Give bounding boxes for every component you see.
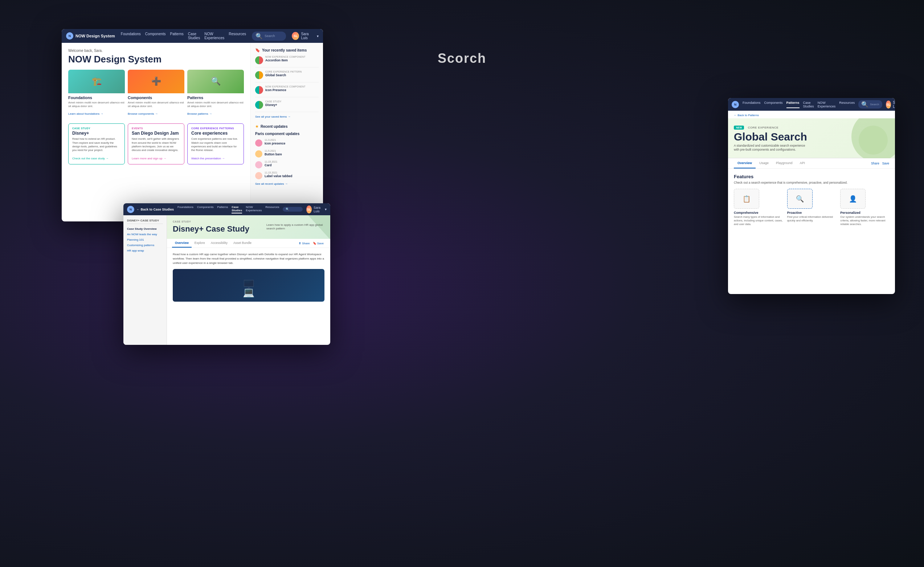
core-exp-link[interactable]: Watch the presentation → [191, 157, 225, 160]
nav-link-foundations[interactable]: Foundations [121, 32, 141, 40]
patterns-nav-nowexp[interactable]: NOW Experiences [818, 101, 836, 108]
cs-sidebar-customizing[interactable]: Customizing patterns [127, 243, 163, 248]
save-button[interactable]: Save [882, 162, 889, 165]
tab-playground[interactable]: Playground [772, 158, 796, 168]
saved-item-iconpresence[interactable]: NOW EXPERIENCE COMPONENT Icon Presence [255, 85, 319, 97]
tab-api[interactable]: API [796, 158, 809, 168]
nav-link-casestudies[interactable]: Case Studies [188, 32, 200, 40]
patterns-nav-foundations[interactable]: Foundations [742, 101, 760, 108]
case-study-link[interactable]: Check out the case study → [72, 157, 108, 160]
main-search-box[interactable]: 🔍 Search [252, 32, 286, 40]
recent-info-3: 11.15.2021 Card [265, 160, 319, 167]
foundations-card-image: 🏗️ [68, 70, 125, 93]
cs-nav-resources[interactable]: Resources [265, 206, 279, 213]
saved-item-disney[interactable]: CASE STUDY Disney+ [255, 100, 319, 112]
cs-nav-components[interactable]: Components [197, 206, 213, 213]
patterns-content: ← Back to Patterns NEW CORE EXPERIENCE G… [728, 111, 895, 294]
foundations-card-body: Foundations Amet minim mollit non deseru… [68, 93, 125, 119]
cs-nav-user[interactable]: SL Sara Luis ▾ [306, 206, 327, 213]
cs-save-button[interactable]: 🔖 Save [313, 242, 324, 245]
cs-sidebar: DISNEY+ CASE STUDY Case Study Overview A… [123, 215, 167, 345]
patterns-nav-casestudies[interactable]: Case Studies [803, 101, 814, 108]
patterns-nav-logo[interactable]: N [732, 101, 739, 108]
nav-link-patterns[interactable]: Patterns [170, 32, 184, 40]
nav-user[interactable]: SL Sara Luis ▾ [292, 32, 319, 40]
nav-link-resources[interactable]: Resources [229, 32, 246, 40]
components-card[interactable]: ➕ Components Amet minim mollit non deser… [128, 70, 184, 119]
foundations-card[interactable]: 🏗️ Foundations Amet minim mollit non des… [68, 70, 125, 119]
patterns-nav-components[interactable]: Components [764, 101, 783, 108]
cs-user-avatar: SL [306, 206, 312, 213]
patterns-nav-patterns[interactable]: Patterns [786, 101, 800, 108]
components-icon: ➕ [152, 76, 161, 86]
see-all-recent-link[interactable]: See all recent updates → [255, 182, 319, 186]
patterns-breadcrumb[interactable]: ← Back to Patterns [728, 111, 895, 118]
recent-item-4[interactable]: 11.15.2021 Label value tabbed [255, 171, 319, 179]
cs-sidebar-overview[interactable]: Case Study Overview [127, 226, 163, 232]
search-icon: 🔍 [255, 33, 263, 40]
cs-nav-patterns[interactable]: Patterns [217, 206, 228, 213]
recent-item-3[interactable]: 11.15.2021 Card [255, 160, 319, 168]
welcome-text: Welcome back, Sara. [68, 49, 244, 52]
share-button[interactable]: Share [871, 162, 879, 165]
foundations-card-link[interactable]: Learn about foundations → [68, 112, 104, 116]
patterns-nav-resources[interactable]: Resources [839, 101, 855, 108]
cs-tab-overview[interactable]: Overview [172, 239, 192, 248]
nav-logo[interactable]: N NOW Design System [66, 32, 115, 40]
nav-link-components[interactable]: Components [145, 32, 166, 40]
events-link[interactable]: Learn more and sign up → [132, 157, 166, 160]
recent-date-3: 11.15.2021 [265, 160, 319, 163]
components-card-link[interactable]: Browse components → [128, 112, 158, 116]
user-avatar: SL [292, 32, 299, 40]
cs-tab-assets[interactable]: Asset Bundle [231, 239, 254, 248]
core-exp-card[interactable]: CORE EXPERIENCE PATTERNS Core experience… [187, 123, 244, 164]
cs-tabs: Overview Explore Accessibility Asset Bun… [167, 239, 330, 248]
case-study-card[interactable]: CASE STUDY Disney+ Read how to extend an… [68, 123, 125, 164]
cs-sidebar-now-leads[interactable]: An NOW leads the way [127, 232, 163, 237]
patterns-card-link[interactable]: Browse patterns → [187, 112, 212, 116]
cs-nav-logo[interactable]: N ← Back to Case Studies [127, 206, 174, 213]
recent-name-3: Card [265, 164, 319, 167]
recent-item-1[interactable]: 11.3.2021 Icon presence [255, 139, 319, 147]
core-exp-desc: Core experience patterns are now live. W… [191, 137, 240, 152]
chevron-down-icon: ▾ [317, 34, 319, 38]
cs-sidebar-hr[interactable]: HR app wrap [127, 248, 163, 254]
recent-dot-4 [255, 172, 262, 179]
nav-link-nowexp[interactable]: NOW Experiences [204, 32, 224, 40]
core-exp-title: Core experiences [191, 130, 240, 136]
cs-nav-casestudies[interactable]: Case Studies [231, 206, 242, 213]
page-title: NOW Design System [68, 54, 244, 64]
recent-dot-1 [255, 140, 262, 147]
cs-nav-foundations[interactable]: Foundations [177, 206, 194, 213]
saved-item-globalsearch[interactable]: CORE EXPERIENCE PATTERN Global Search [255, 70, 319, 82]
main-homepage-window: N NOW Design System Foundations Componen… [62, 29, 323, 221]
patterns-category: CORE EXPERIENCE [748, 126, 778, 129]
saved-item-accordion[interactable]: NOW EXPERIENCE COMPONENT Accordion Item [255, 56, 319, 68]
nav-links: Foundations Components Patterns Case Stu… [121, 32, 246, 40]
recent-updates-section: ★ Recent updates Paris component updates… [255, 124, 319, 186]
cs-chevron-icon: ▾ [325, 207, 327, 211]
cs-share-button[interactable]: ⬆ Share [298, 242, 310, 245]
cs-tab-accessibility[interactable]: Accessibility [208, 239, 231, 248]
saved-items-header: 🔖 Your recently saved items [255, 48, 319, 52]
patterns-card[interactable]: 🔍 Patterns Amet minim mollit non deserun… [187, 70, 244, 119]
recent-item-2[interactable]: 11.5.2021 Button bare [255, 150, 319, 158]
patterns-nav-user[interactable]: SL Sara Luis ▾ [886, 100, 895, 108]
recent-date-4: 11.15.2021 [265, 171, 319, 174]
components-card-image: ➕ [128, 70, 184, 93]
cs-search-box[interactable]: 🔍 [283, 207, 303, 212]
patterns-search-box[interactable]: 🔍 Search [858, 100, 882, 108]
cs-nav-nowexp[interactable]: NOW Experiences [246, 206, 262, 213]
see-all-saved-link[interactable]: See all your saved items → [255, 115, 319, 118]
events-card[interactable]: EVENTS San Diego Design Jam Next month, … [128, 123, 184, 164]
cs-main-content: CASE STUDY Disney+ Case Study Learn how … [167, 215, 330, 345]
tab-overview[interactable]: Overview [734, 158, 756, 168]
cs-page-title: Disney+ Case Study [173, 224, 249, 234]
features-desc: Check out a search experience that is co… [734, 181, 889, 184]
cs-sidebar-planning[interactable]: Planning 101 [127, 237, 163, 243]
saved-item-info-3: NOW EXPERIENCE COMPONENT Icon Presence [265, 85, 319, 92]
recent-name-4: Label value tabbed [265, 174, 319, 178]
cs-hero-image: 🖥️ 💻 [173, 269, 324, 302]
tab-usage[interactable]: Usage [756, 158, 772, 168]
cs-tab-explore[interactable]: Explore [192, 239, 208, 248]
